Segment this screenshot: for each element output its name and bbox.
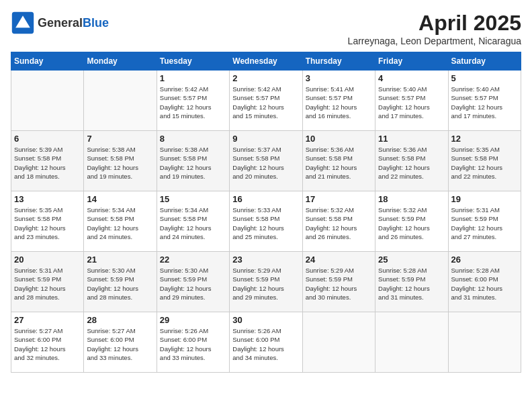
header: GeneralBlue April 2025 Larreynaga, Leon … xyxy=(11,11,521,46)
calendar-cell: 14Sunrise: 5:34 AM Sunset: 5:58 PM Dayli… xyxy=(84,191,157,252)
logo-general-text: GeneralBlue xyxy=(38,16,109,30)
day-info: Sunrise: 5:34 AM Sunset: 5:58 PM Dayligh… xyxy=(160,205,226,241)
day-number: 22 xyxy=(160,255,226,265)
calendar-cell xyxy=(84,71,157,131)
day-info: Sunrise: 5:28 AM Sunset: 6:00 PM Dayligh… xyxy=(451,266,518,302)
weekday-header-row: SundayMondayTuesdayWednesdayThursdayFrid… xyxy=(11,52,521,71)
day-number: 29 xyxy=(160,315,226,325)
day-info: Sunrise: 5:32 AM Sunset: 5:58 PM Dayligh… xyxy=(306,205,372,241)
day-info: Sunrise: 5:32 AM Sunset: 5:59 PM Dayligh… xyxy=(378,205,445,241)
day-number: 20 xyxy=(14,255,81,265)
weekday-header-thursday: Thursday xyxy=(302,52,375,71)
calendar-cell: 4Sunrise: 5:40 AM Sunset: 5:57 PM Daylig… xyxy=(375,71,448,131)
calendar-cell xyxy=(11,71,84,131)
day-info: Sunrise: 5:42 AM Sunset: 5:57 PM Dayligh… xyxy=(232,85,299,120)
calendar-cell: 12Sunrise: 5:35 AM Sunset: 5:58 PM Dayli… xyxy=(448,131,521,191)
calendar-week-row: 1Sunrise: 5:42 AM Sunset: 5:57 PM Daylig… xyxy=(11,71,521,131)
day-info: Sunrise: 5:36 AM Sunset: 5:58 PM Dayligh… xyxy=(378,145,445,181)
day-info: Sunrise: 5:36 AM Sunset: 5:58 PM Dayligh… xyxy=(306,145,372,181)
day-number: 25 xyxy=(378,255,445,265)
day-number: 10 xyxy=(306,134,372,144)
day-number: 4 xyxy=(378,73,445,83)
day-info: Sunrise: 5:30 AM Sunset: 5:59 PM Dayligh… xyxy=(160,266,226,302)
calendar-cell: 8Sunrise: 5:38 AM Sunset: 5:58 PM Daylig… xyxy=(157,131,229,191)
day-info: Sunrise: 5:29 AM Sunset: 5:59 PM Dayligh… xyxy=(232,266,299,302)
day-info: Sunrise: 5:29 AM Sunset: 5:59 PM Dayligh… xyxy=(306,266,372,302)
calendar-cell: 5Sunrise: 5:40 AM Sunset: 5:57 PM Daylig… xyxy=(448,71,521,131)
calendar-cell: 6Sunrise: 5:39 AM Sunset: 5:58 PM Daylig… xyxy=(11,131,84,191)
calendar-week-row: 27Sunrise: 5:27 AM Sunset: 6:00 PM Dayli… xyxy=(11,312,521,373)
calendar-week-row: 13Sunrise: 5:35 AM Sunset: 5:58 PM Dayli… xyxy=(11,191,521,252)
location-title: Larreynaga, Leon Department, Nicaragua xyxy=(348,36,521,46)
day-number: 1 xyxy=(160,73,226,83)
calendar-cell: 28Sunrise: 5:27 AM Sunset: 6:00 PM Dayli… xyxy=(84,312,157,373)
day-info: Sunrise: 5:39 AM Sunset: 5:58 PM Dayligh… xyxy=(14,145,81,181)
day-info: Sunrise: 5:35 AM Sunset: 5:58 PM Dayligh… xyxy=(451,145,518,181)
day-number: 16 xyxy=(232,194,299,204)
day-number: 3 xyxy=(306,73,372,83)
day-number: 11 xyxy=(378,134,445,144)
day-info: Sunrise: 5:27 AM Sunset: 6:00 PM Dayligh… xyxy=(14,326,81,362)
day-number: 15 xyxy=(160,194,226,204)
day-info: Sunrise: 5:26 AM Sunset: 6:00 PM Dayligh… xyxy=(160,326,226,362)
weekday-header-monday: Monday xyxy=(84,52,157,71)
day-number: 24 xyxy=(306,255,372,265)
day-info: Sunrise: 5:34 AM Sunset: 5:58 PM Dayligh… xyxy=(87,205,153,241)
day-number: 26 xyxy=(451,255,518,265)
day-info: Sunrise: 5:30 AM Sunset: 5:59 PM Dayligh… xyxy=(87,266,153,302)
day-number: 6 xyxy=(14,134,81,144)
calendar-cell: 20Sunrise: 5:31 AM Sunset: 5:59 PM Dayli… xyxy=(11,252,84,312)
calendar-cell: 3Sunrise: 5:41 AM Sunset: 5:57 PM Daylig… xyxy=(302,71,375,131)
calendar-cell: 21Sunrise: 5:30 AM Sunset: 5:59 PM Dayli… xyxy=(84,252,157,312)
calendar-cell: 15Sunrise: 5:34 AM Sunset: 5:58 PM Dayli… xyxy=(157,191,229,252)
day-number: 7 xyxy=(87,134,153,144)
day-number: 8 xyxy=(160,134,226,144)
day-info: Sunrise: 5:38 AM Sunset: 5:58 PM Dayligh… xyxy=(160,145,226,181)
calendar-cell: 9Sunrise: 5:37 AM Sunset: 5:58 PM Daylig… xyxy=(230,131,302,191)
calendar-cell: 22Sunrise: 5:30 AM Sunset: 5:59 PM Dayli… xyxy=(157,252,229,312)
logo: GeneralBlue xyxy=(11,11,109,35)
day-number: 28 xyxy=(87,315,153,325)
calendar-table: SundayMondayTuesdayWednesdayThursdayFrid… xyxy=(11,52,521,373)
day-info: Sunrise: 5:33 AM Sunset: 5:58 PM Dayligh… xyxy=(232,205,299,241)
calendar-cell: 19Sunrise: 5:31 AM Sunset: 5:59 PM Dayli… xyxy=(448,191,521,252)
title-area: April 2025 Larreynaga, Leon Department, … xyxy=(348,11,521,46)
day-number: 21 xyxy=(87,255,153,265)
calendar-week-row: 6Sunrise: 5:39 AM Sunset: 5:58 PM Daylig… xyxy=(11,131,521,191)
calendar-cell: 16Sunrise: 5:33 AM Sunset: 5:58 PM Dayli… xyxy=(230,191,302,252)
calendar-cell: 11Sunrise: 5:36 AM Sunset: 5:58 PM Dayli… xyxy=(375,131,448,191)
day-number: 18 xyxy=(378,194,445,204)
calendar-cell: 25Sunrise: 5:28 AM Sunset: 5:59 PM Dayli… xyxy=(375,252,448,312)
day-info: Sunrise: 5:38 AM Sunset: 5:58 PM Dayligh… xyxy=(87,145,153,181)
day-number: 13 xyxy=(14,194,81,204)
calendar-cell: 1Sunrise: 5:42 AM Sunset: 5:57 PM Daylig… xyxy=(157,71,229,131)
calendar-cell: 30Sunrise: 5:26 AM Sunset: 6:00 PM Dayli… xyxy=(230,312,302,373)
weekday-header-wednesday: Wednesday xyxy=(230,52,302,71)
day-info: Sunrise: 5:41 AM Sunset: 5:57 PM Dayligh… xyxy=(306,85,372,120)
calendar-cell xyxy=(375,312,448,373)
day-info: Sunrise: 5:28 AM Sunset: 5:59 PM Dayligh… xyxy=(378,266,445,302)
calendar-cell: 29Sunrise: 5:26 AM Sunset: 6:00 PM Dayli… xyxy=(157,312,229,373)
day-info: Sunrise: 5:31 AM Sunset: 5:59 PM Dayligh… xyxy=(451,205,518,241)
day-number: 19 xyxy=(451,194,518,204)
logo-icon xyxy=(11,11,35,35)
day-info: Sunrise: 5:40 AM Sunset: 5:57 PM Dayligh… xyxy=(451,85,518,120)
day-info: Sunrise: 5:35 AM Sunset: 5:58 PM Dayligh… xyxy=(14,205,81,241)
calendar-cell xyxy=(448,312,521,373)
weekday-header-tuesday: Tuesday xyxy=(157,52,229,71)
calendar-cell: 23Sunrise: 5:29 AM Sunset: 5:59 PM Dayli… xyxy=(230,252,302,312)
month-title: April 2025 xyxy=(348,11,521,36)
calendar-cell: 2Sunrise: 5:42 AM Sunset: 5:57 PM Daylig… xyxy=(230,71,302,131)
day-info: Sunrise: 5:27 AM Sunset: 6:00 PM Dayligh… xyxy=(87,326,153,362)
day-info: Sunrise: 5:26 AM Sunset: 6:00 PM Dayligh… xyxy=(232,326,299,362)
calendar-cell: 10Sunrise: 5:36 AM Sunset: 5:58 PM Dayli… xyxy=(302,131,375,191)
day-number: 30 xyxy=(232,315,299,325)
calendar-cell: 7Sunrise: 5:38 AM Sunset: 5:58 PM Daylig… xyxy=(84,131,157,191)
day-number: 17 xyxy=(306,194,372,204)
calendar-cell: 27Sunrise: 5:27 AM Sunset: 6:00 PM Dayli… xyxy=(11,312,84,373)
day-number: 2 xyxy=(232,73,299,83)
day-info: Sunrise: 5:40 AM Sunset: 5:57 PM Dayligh… xyxy=(378,85,445,120)
day-number: 12 xyxy=(451,134,518,144)
day-info: Sunrise: 5:42 AM Sunset: 5:57 PM Dayligh… xyxy=(160,85,226,120)
day-number: 5 xyxy=(451,73,518,83)
